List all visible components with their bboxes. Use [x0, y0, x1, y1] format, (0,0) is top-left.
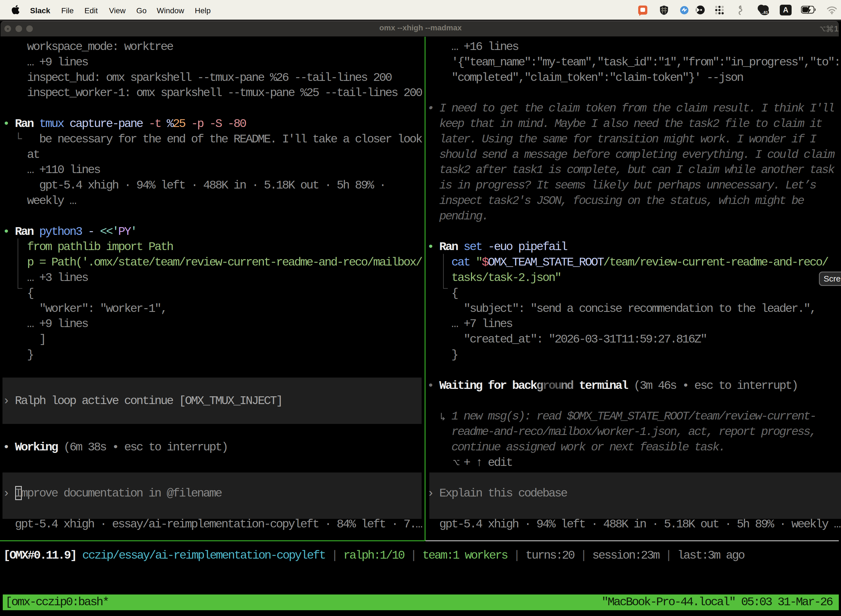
svg-text:..61: ..61 [762, 10, 768, 15]
